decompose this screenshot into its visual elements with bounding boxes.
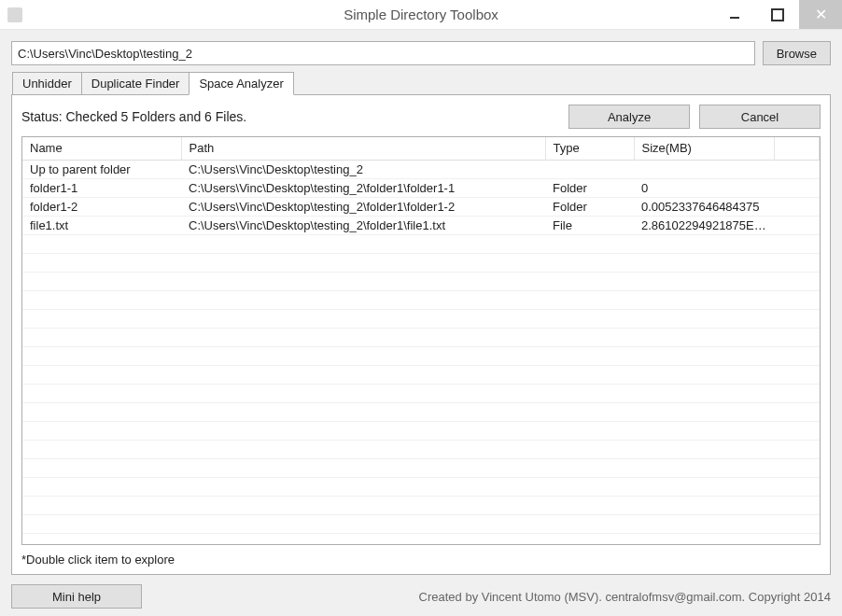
- cell-empty: [634, 421, 774, 440]
- table-row-empty: [22, 402, 820, 421]
- cell-empty: [181, 477, 545, 496]
- table-row[interactable]: Up to parent folderC:\Users\Vinc\Desktop…: [22, 160, 820, 178]
- table-row-empty: [22, 328, 820, 346]
- cell-empty: [181, 272, 545, 290]
- table-row-empty: [22, 272, 820, 290]
- cell-empty: [545, 272, 634, 290]
- cell-size: 2.86102294921875E-06: [634, 216, 774, 234]
- cell-empty: [181, 309, 545, 328]
- path-input[interactable]: [11, 41, 755, 65]
- cell-empty: [774, 328, 820, 346]
- cell-empty: [634, 384, 774, 402]
- cell-empty: [545, 365, 634, 384]
- table-row-empty: [22, 309, 820, 328]
- minimize-button[interactable]: [713, 0, 756, 29]
- cell-empty: [545, 421, 634, 440]
- cell-empty: [545, 384, 634, 402]
- cell-name: Up to parent folder: [22, 160, 181, 178]
- cell-empty: [545, 234, 634, 253]
- close-button[interactable]: [799, 0, 842, 29]
- browse-button[interactable]: Browse: [763, 41, 831, 65]
- cell-empty: [545, 253, 634, 272]
- cell-empty: [774, 365, 820, 384]
- table-row-empty: [22, 533, 820, 545]
- cell-empty: [545, 290, 634, 309]
- cell-empty: [774, 533, 820, 545]
- cell-empty: [634, 402, 774, 421]
- col-header-type[interactable]: Type: [545, 137, 634, 160]
- table-row-empty: [22, 290, 820, 309]
- path-row: Browse: [11, 41, 831, 65]
- cell-empty: [181, 533, 545, 545]
- table-row-empty: [22, 496, 820, 514]
- cell-empty: [774, 272, 820, 290]
- cell-empty: [545, 440, 634, 458]
- cell-empty: [774, 309, 820, 328]
- cell-empty: [634, 346, 774, 365]
- cell-empty: [774, 402, 820, 421]
- status-text: Status: Checked 5 Folders and 6 Files.: [21, 109, 246, 124]
- table-row-empty: [22, 421, 820, 440]
- cell-path: C:\Users\Vinc\Desktop\testing_2\folder1\…: [181, 216, 545, 234]
- cell-empty: [545, 328, 634, 346]
- cell-empty: [634, 514, 774, 533]
- cell-empty: [22, 440, 181, 458]
- col-header-extra[interactable]: [774, 137, 820, 160]
- cell-empty: [22, 253, 181, 272]
- table-row[interactable]: folder1-1C:\Users\Vinc\Desktop\testing_2…: [22, 178, 820, 197]
- analyze-button[interactable]: Analyze: [568, 105, 690, 129]
- cell-empty: [545, 309, 634, 328]
- cell-empty: [181, 253, 545, 272]
- cell-empty: [634, 309, 774, 328]
- col-header-size[interactable]: Size(MB): [634, 137, 774, 160]
- hint-text: *Double click item to explore: [21, 553, 821, 567]
- cell-empty: [545, 346, 634, 365]
- tab-space-analyzer[interactable]: Space Analyzer: [189, 72, 293, 95]
- cell-empty: [634, 440, 774, 458]
- cell-empty: [634, 272, 774, 290]
- cell-empty: [22, 458, 181, 477]
- col-header-path[interactable]: Path: [181, 137, 545, 160]
- cell-empty: [22, 234, 181, 253]
- table-row[interactable]: file1.txtC:\Users\Vinc\Desktop\testing_2…: [22, 216, 820, 234]
- table-row-empty: [22, 253, 820, 272]
- tab-duplicate-finder[interactable]: Duplicate Finder: [81, 72, 190, 95]
- tab-unhidder[interactable]: Unhidder: [12, 72, 82, 95]
- table-row[interactable]: folder1-2C:\Users\Vinc\Desktop\testing_2…: [22, 197, 820, 216]
- cell-empty: [545, 402, 634, 421]
- cell-empty: [22, 328, 181, 346]
- cell-empty: [774, 253, 820, 272]
- cell-empty: [634, 328, 774, 346]
- cell-path: C:\Users\Vinc\Desktop\testing_2: [181, 160, 545, 178]
- cell-empty: [22, 346, 181, 365]
- cell-empty: [22, 514, 181, 533]
- cell-empty: [774, 234, 820, 253]
- cell-empty: [634, 290, 774, 309]
- results-table-container: Name Path Type Size(MB) Up to parent fol…: [21, 136, 821, 545]
- cell-empty: [545, 533, 634, 545]
- cell-empty: [181, 440, 545, 458]
- cell-empty: [634, 477, 774, 496]
- cell-empty: [181, 514, 545, 533]
- cell-empty: [774, 477, 820, 496]
- panel-top-row: Status: Checked 5 Folders and 6 Files. A…: [21, 105, 821, 129]
- mini-help-button[interactable]: Mini help: [11, 584, 142, 609]
- cell-path: C:\Users\Vinc\Desktop\testing_2\folder1\…: [181, 197, 545, 216]
- cell-empty: [774, 384, 820, 402]
- footer-row: Mini help Created by Vincent Utomo (MSV)…: [11, 584, 831, 609]
- cell-size: 0: [634, 178, 774, 197]
- cell-empty: [634, 458, 774, 477]
- maximize-button[interactable]: [756, 0, 799, 29]
- cell-empty: [181, 346, 545, 365]
- cell-name: folder1-2: [22, 197, 181, 216]
- cell-empty: [181, 234, 545, 253]
- title-bar: Simple Directory Toolbox: [0, 0, 842, 30]
- cell-empty: [634, 253, 774, 272]
- cancel-button[interactable]: Cancel: [699, 105, 821, 129]
- panel-actions: Analyze Cancel: [568, 105, 821, 129]
- cell-empty: [545, 477, 634, 496]
- cell-empty: [181, 290, 545, 309]
- cell-empty: [774, 496, 820, 514]
- col-header-name[interactable]: Name: [22, 137, 181, 160]
- cell-empty: [634, 533, 774, 545]
